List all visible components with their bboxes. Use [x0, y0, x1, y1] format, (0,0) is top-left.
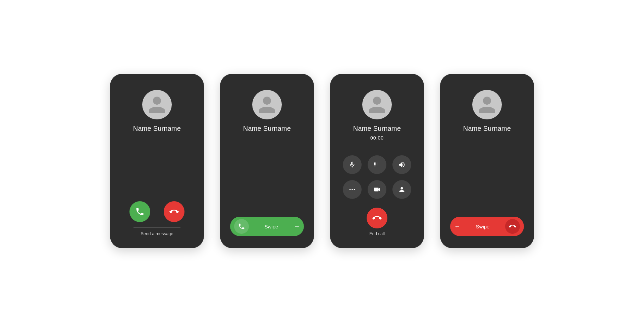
video-button[interactable] [368, 180, 386, 199]
avatar-4 [472, 90, 502, 119]
contact-name-2: Name Surname [243, 125, 291, 132]
avatar-2 [252, 90, 282, 119]
swipe-label: Swipe [249, 224, 294, 229]
swipe-arrow-right: → [294, 223, 300, 230]
phone-top-1: Name Surname [133, 90, 181, 132]
contact-name-4: Name Surname [463, 125, 511, 132]
svg-point-1 [352, 189, 353, 190]
phone-bottom-2: Swipe → [228, 217, 306, 236]
phone-bottom-4: ← Swipe [448, 217, 526, 236]
call-controls-grid [343, 155, 411, 199]
speaker-button[interactable] [392, 155, 411, 174]
swipe-phone-icon [234, 219, 249, 234]
swipe-to-end-button[interactable]: ← Swipe [450, 217, 524, 236]
phone-end-swipe: Name Surname ← Swipe [440, 74, 534, 248]
swipe-end-arrow-left: ← [454, 223, 460, 230]
call-timer: 00:00 [370, 135, 384, 141]
accept-call-button[interactable] [129, 201, 150, 222]
phone-incoming-accept-decline: Name Surname Send a message [110, 74, 204, 248]
phone-top-4: Name Surname [463, 90, 511, 132]
mute-button[interactable] [343, 155, 362, 174]
svg-point-0 [350, 189, 351, 190]
send-message-link[interactable]: Send a message [133, 227, 180, 236]
call-actions-row [129, 201, 184, 222]
more-button[interactable] [343, 180, 362, 199]
keypad-button[interactable] [368, 155, 386, 174]
end-call-section: End call [367, 208, 387, 236]
phones-container: Name Surname Send a message [97, 54, 547, 268]
phone-incoming-swipe: Name Surname Swipe → [220, 74, 314, 248]
end-call-button[interactable] [367, 208, 387, 228]
phone-top-2: Name Surname [243, 90, 291, 132]
avatar-3 [362, 90, 392, 119]
phone-bottom-1: Send a message [118, 201, 196, 236]
contact-name-1: Name Surname [133, 125, 181, 132]
avatar-1 [142, 90, 172, 119]
contacts-button[interactable] [392, 180, 411, 199]
decline-call-button[interactable] [164, 201, 184, 222]
contact-name-3: Name Surname [353, 125, 401, 132]
phone-active-call: Name Surname 00:00 [330, 74, 424, 248]
svg-point-2 [354, 189, 355, 190]
phone-bottom-3: End call [338, 155, 416, 236]
phone-top-3: Name Surname 00:00 [353, 90, 401, 141]
end-call-label: End call [369, 231, 385, 236]
swipe-end-phone-icon [505, 219, 520, 234]
swipe-to-answer-button[interactable]: Swipe → [230, 217, 304, 236]
swipe-end-label: Swipe [460, 224, 505, 229]
